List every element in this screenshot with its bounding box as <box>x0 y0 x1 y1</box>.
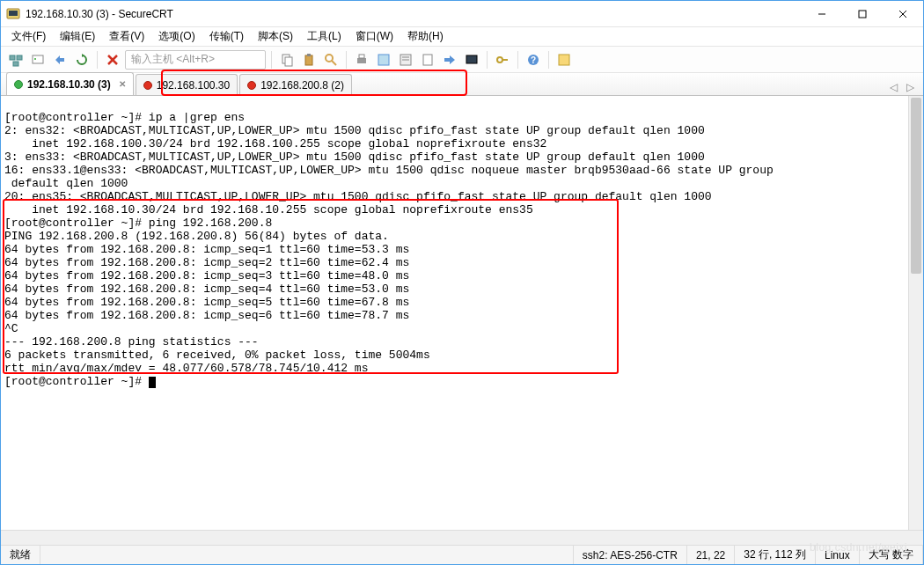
tab-prev-button[interactable]: ◁ <box>886 79 901 95</box>
screen-button[interactable] <box>462 50 481 70</box>
svg-rect-7 <box>17 55 22 60</box>
minimize-button[interactable] <box>802 1 842 27</box>
tab-next-button[interactable]: ▷ <box>903 79 918 95</box>
connect-button[interactable] <box>28 50 48 70</box>
svg-point-10 <box>34 58 36 60</box>
svg-point-17 <box>326 55 333 62</box>
menu-tools[interactable]: 工具(L) <box>300 27 348 46</box>
transfer-button[interactable] <box>440 50 459 70</box>
separator <box>271 51 272 69</box>
status-dot-disconnected-icon <box>247 81 256 90</box>
svg-rect-20 <box>359 55 364 58</box>
vertical-scrollbar[interactable] <box>908 96 923 530</box>
log-button[interactable] <box>418 50 437 70</box>
status-spacer <box>40 546 574 564</box>
svg-rect-16 <box>307 54 311 56</box>
terminal-line: 16: ens33.1@ens33: <BROADCAST,MULTICAST,… <box>4 164 774 177</box>
svg-rect-15 <box>305 55 312 65</box>
tab-nav: ◁ ▷ <box>886 79 918 95</box>
properties-button[interactable] <box>396 50 415 70</box>
terminal[interactable]: [root@controller ~]# ip a |grep ens 2: e… <box>1 96 923 405</box>
disconnect-button[interactable] <box>103 50 122 70</box>
terminal-line: default qlen 1000 <box>4 177 128 190</box>
maximize-button[interactable] <box>842 1 883 27</box>
svg-rect-6 <box>10 55 15 60</box>
separator <box>346 51 347 69</box>
terminal-line: 64 bytes from 192.168.200.8: icmp_seq=3 … <box>4 269 409 282</box>
menu-help[interactable]: 帮助(H) <box>400 27 451 46</box>
terminal-line: inet 192.168.10.30/24 brd 192.168.10.255… <box>4 203 533 216</box>
toolbar: 输入主机 <Alt+R> ? <box>1 47 923 73</box>
separator <box>487 51 488 69</box>
key-button[interactable] <box>493 50 512 70</box>
svg-line-18 <box>332 61 336 65</box>
tab-active[interactable]: 192.168.10.30 (3) ✕ <box>6 72 134 95</box>
copy-button[interactable] <box>277 50 297 70</box>
menubar: 文件(F) 编辑(E) 查看(V) 选项(O) 传输(T) 脚本(S) 工具(L… <box>1 27 923 47</box>
help-button[interactable]: ? <box>524 50 543 70</box>
quick-connect-button[interactable] <box>50 50 70 70</box>
terminal-line: 64 bytes from 192.168.200.8: icmp_seq=2 … <box>4 256 409 269</box>
watermark: blog.csdn.net/weixi <box>810 541 907 554</box>
terminal-line: ^C <box>4 322 18 335</box>
svg-rect-14 <box>285 57 292 66</box>
terminal-line: [root@controller ~]# <box>4 375 149 388</box>
terminal-line: 6 packets transmitted, 6 received, 0% pa… <box>4 349 430 362</box>
host-placeholder: 输入主机 <Alt+R> <box>131 52 215 67</box>
terminal-line: 20: ens35: <BROADCAST,MULTICAST,UP,LOWER… <box>4 190 712 203</box>
menu-options[interactable]: 选项(O) <box>151 27 202 46</box>
terminal-line: rtt min/avg/max/mdev = 48.077/60.578/78.… <box>4 362 368 375</box>
terminal-line: 64 bytes from 192.168.200.8: icmp_seq=6 … <box>4 309 409 322</box>
svg-rect-9 <box>33 55 43 63</box>
tabbar: 192.168.10.30 (3) ✕ 192.168.100.30 192.1… <box>1 73 923 96</box>
terminal-line: 64 bytes from 192.168.200.8: icmp_seq=4 … <box>4 282 409 296</box>
separator <box>517 51 518 69</box>
tab-inactive-1[interactable]: 192.168.100.30 <box>136 74 238 95</box>
terminal-line: --- 192.168.200.8 ping statistics --- <box>4 335 259 349</box>
status-dot-disconnected-icon <box>143 81 152 90</box>
host-input[interactable]: 输入主机 <Alt+R> <box>125 50 266 70</box>
svg-rect-21 <box>378 55 389 65</box>
svg-rect-31 <box>559 55 569 65</box>
terminal-line: 3: ens33: <BROADCAST,MULTICAST,UP,LOWER_… <box>4 150 705 164</box>
svg-text:?: ? <box>531 55 536 65</box>
terminal-line: [root@controller ~]# ip a |grep ens <box>4 111 245 124</box>
svg-rect-26 <box>466 55 477 63</box>
terminal-line: PING 192.168.200.8 (192.168.200.8) 56(84… <box>4 230 389 243</box>
session-manager-button[interactable] <box>6 50 26 70</box>
window-title: 192.168.10.30 (3) - SecureCRT <box>26 8 173 20</box>
status-ready: 就绪 <box>1 546 40 564</box>
svg-rect-1 <box>9 11 18 16</box>
find-button[interactable] <box>321 50 341 70</box>
menu-edit[interactable]: 编辑(E) <box>53 27 102 46</box>
tab-inactive-2[interactable]: 192.168.200.8 (2) <box>239 74 352 95</box>
app-window: 192.168.10.30 (3) - SecureCRT 文件(F) 编辑(E… <box>0 0 924 565</box>
tab-label: 192.168.200.8 (2) <box>260 79 344 92</box>
menu-view[interactable]: 查看(V) <box>102 27 151 46</box>
close-button[interactable] <box>883 1 923 27</box>
scrollbar-thumb[interactable] <box>911 98 921 274</box>
reconnect-button[interactable] <box>72 50 92 70</box>
app-icon <box>6 7 20 21</box>
status-cursor-pos: 21, 22 <box>687 546 735 564</box>
cursor <box>149 377 156 388</box>
options-button[interactable] <box>374 50 393 70</box>
status-cipher: ssh2: AES-256-CTR <box>574 546 687 564</box>
terminal-line: 64 bytes from 192.168.200.8: icmp_seq=5 … <box>4 296 409 309</box>
misc-button[interactable] <box>554 50 574 70</box>
menu-transfer[interactable]: 传输(T) <box>202 27 251 46</box>
terminal-line: 64 bytes from 192.168.200.8: icmp_seq=1 … <box>4 243 409 256</box>
paste-button[interactable] <box>299 50 319 70</box>
close-tab-icon[interactable]: ✕ <box>119 79 126 89</box>
menu-script[interactable]: 脚本(S) <box>251 27 300 46</box>
titlebar: 192.168.10.30 (3) - SecureCRT <box>1 1 923 27</box>
svg-point-27 <box>497 57 502 62</box>
separator <box>548 51 549 69</box>
menu-window[interactable]: 窗口(W) <box>348 27 400 46</box>
menu-file[interactable]: 文件(F) <box>4 27 53 46</box>
svg-rect-8 <box>13 62 18 66</box>
statusbar: 就绪 ssh2: AES-256-CTR 21, 22 32 行, 112 列 … <box>1 545 923 564</box>
tab-label: 192.168.100.30 <box>157 79 230 92</box>
print-button[interactable] <box>352 50 371 70</box>
horizontal-scrollbar[interactable] <box>1 530 923 545</box>
